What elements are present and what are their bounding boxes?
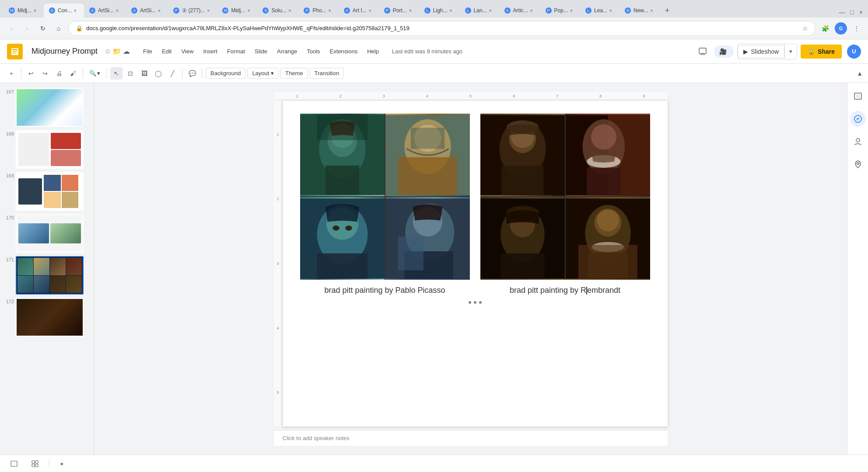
- comments-button[interactable]: [695, 44, 710, 59]
- sidebar-location-icon[interactable]: [850, 156, 866, 172]
- slideshow-button[interactable]: ▶ Slideshow: [738, 45, 784, 58]
- tab-lea[interactable]: L Lea... ×: [580, 3, 620, 17]
- tab-close-solu[interactable]: ×: [286, 7, 293, 14]
- close-button[interactable]: ×: [858, 7, 864, 17]
- star-icon[interactable]: ☆: [105, 47, 111, 56]
- tab-artic[interactable]: A Artic... ×: [499, 3, 540, 17]
- transition-button[interactable]: Transition: [310, 68, 344, 79]
- theme-button[interactable]: Theme: [280, 68, 308, 79]
- back-button[interactable]: ‹: [5, 22, 18, 35]
- slideshow-dropdown-button[interactable]: ▾: [784, 44, 797, 59]
- toolbar-cursor-button[interactable]: ↖: [110, 67, 122, 80]
- tab-lan[interactable]: L Lan... ×: [460, 3, 499, 17]
- tab-close-artic[interactable]: ×: [528, 7, 535, 14]
- home-button[interactable]: ⌂: [52, 22, 65, 35]
- canvas-area[interactable]: 123456789 12345: [94, 83, 847, 455]
- toolbar-zoom-select[interactable]: 🔍 ▾: [87, 69, 103, 77]
- slide-thumb-172[interactable]: [16, 298, 84, 337]
- slide-item-172[interactable]: 172: [0, 296, 94, 338]
- sidebar-person-icon[interactable]: [850, 134, 866, 149]
- tab-pho[interactable]: P Pho... ×: [298, 3, 338, 17]
- sidebar-slides-icon[interactable]: [850, 88, 866, 104]
- tab-close-midjourney1[interactable]: ×: [32, 7, 38, 14]
- tab-close-concepts[interactable]: ×: [72, 7, 79, 14]
- menu-tools[interactable]: Tools: [302, 45, 324, 57]
- forward-button[interactable]: ›: [21, 22, 33, 35]
- slide-thumb-171[interactable]: [16, 256, 84, 295]
- tab-close-artsi1[interactable]: ×: [114, 7, 121, 14]
- url-bar[interactable]: 🔒 docs.google.com/presentation/d/1wugxrc…: [68, 21, 816, 36]
- share-button[interactable]: 🔒 Share: [801, 45, 842, 59]
- tab-midjourney2[interactable]: M Midj... ×: [217, 3, 257, 17]
- tab-close-midjourney2[interactable]: ×: [245, 7, 252, 14]
- more-button[interactable]: ⋮: [850, 22, 863, 35]
- notes-area[interactable]: Click to add speaker notes: [274, 430, 668, 446]
- menu-file[interactable]: File: [139, 45, 157, 57]
- profile-icon[interactable]: G: [835, 22, 847, 35]
- background-button[interactable]: Background: [206, 68, 245, 79]
- bookmark-icon[interactable]: ☆: [802, 25, 808, 32]
- tab-close-pinterest[interactable]: ×: [205, 7, 212, 14]
- extensions-button[interactable]: 🧩: [819, 22, 831, 35]
- new-tab-button[interactable]: +: [660, 3, 674, 17]
- tab-pinterest[interactable]: P ② (277)... ×: [168, 3, 217, 17]
- tab-close-lea[interactable]: ×: [607, 7, 614, 14]
- folder-icon[interactable]: 📁: [112, 47, 121, 56]
- toolbar-print-button[interactable]: 🖨: [53, 67, 65, 80]
- tab-close-artsi2[interactable]: ×: [156, 7, 163, 14]
- slide-thumb-169[interactable]: [16, 172, 84, 211]
- tab-close-lan[interactable]: ×: [487, 7, 494, 14]
- tab-close-pop[interactable]: ×: [568, 7, 575, 14]
- toolbar-undo-button[interactable]: ↩: [25, 67, 37, 80]
- toolbar-image-button[interactable]: 🖼: [138, 67, 150, 80]
- menu-view[interactable]: View: [177, 45, 198, 57]
- slide-canvas[interactable]: brad pitt painting by Pablo Picasso: [283, 101, 668, 427]
- menu-format[interactable]: Format: [223, 45, 249, 57]
- tab-artsi2[interactable]: A ArtSi... ×: [126, 3, 168, 17]
- slide-panel[interactable]: 167 168: [0, 83, 94, 455]
- cloud-icon[interactable]: ☁: [123, 47, 130, 56]
- slide-item-171[interactable]: 171: [0, 254, 94, 296]
- menu-arrange[interactable]: Arrange: [273, 45, 301, 57]
- menu-extensions[interactable]: Extensions: [326, 45, 362, 57]
- tab-port[interactable]: P Port... ×: [379, 3, 419, 17]
- toolbar-paint-format-button[interactable]: 🖌: [67, 67, 79, 80]
- tab-close-port[interactable]: ×: [407, 7, 414, 14]
- slide-thumb-168[interactable]: [16, 130, 84, 169]
- tab-close-new[interactable]: ×: [648, 7, 655, 14]
- toolbar-redo-button[interactable]: ↪: [39, 67, 51, 80]
- slide-item-170[interactable]: 170: [0, 212, 94, 254]
- collapse-panel-button[interactable]: ◂: [56, 458, 66, 469]
- tab-pop[interactable]: P Pop... ×: [540, 3, 580, 17]
- menu-help[interactable]: Help: [363, 45, 383, 57]
- layout-button[interactable]: Layout ▾: [247, 68, 279, 79]
- tab-artsi1[interactable]: A ArtSi... ×: [84, 3, 126, 17]
- tab-midjourney1[interactable]: M Midj... ×: [4, 3, 44, 17]
- slide-item-169[interactable]: 169: [0, 170, 94, 212]
- slide-view-button[interactable]: [7, 458, 21, 469]
- sidebar-chat-icon[interactable]: [850, 111, 866, 127]
- tab-concepts[interactable]: G Con... ×: [44, 3, 84, 17]
- toolbar-select-button[interactable]: ⊡: [124, 67, 136, 80]
- tab-new[interactable]: N New... ×: [620, 3, 660, 17]
- menu-slide[interactable]: Slide: [250, 45, 272, 57]
- tab-close-light[interactable]: ×: [448, 7, 455, 14]
- maximize-button[interactable]: □: [848, 7, 855, 17]
- slide-item-167[interactable]: 167: [0, 87, 94, 128]
- user-avatar[interactable]: U: [847, 45, 861, 59]
- menu-insert[interactable]: Insert: [199, 45, 222, 57]
- tab-solu[interactable]: S Solu... ×: [257, 3, 298, 17]
- refresh-button[interactable]: ↻: [37, 22, 49, 35]
- menu-edit[interactable]: Edit: [158, 45, 176, 57]
- slide-thumb-167[interactable]: [16, 88, 84, 127]
- tab-close-pho[interactable]: ×: [326, 7, 333, 14]
- toolbar-shapes-button[interactable]: ◯: [152, 67, 164, 80]
- slide-thumb-170[interactable]: [16, 214, 84, 253]
- toolbar-line-button[interactable]: ╱: [166, 67, 178, 80]
- collapse-toolbar-button[interactable]: ▲: [857, 70, 863, 77]
- tab-light[interactable]: L Ligh... ×: [419, 3, 460, 17]
- slide-item-168[interactable]: 168: [0, 128, 94, 170]
- minimize-button[interactable]: —: [837, 7, 847, 17]
- toolbar-add-button[interactable]: +: [5, 67, 18, 80]
- tab-close-arti3[interactable]: ×: [367, 7, 374, 14]
